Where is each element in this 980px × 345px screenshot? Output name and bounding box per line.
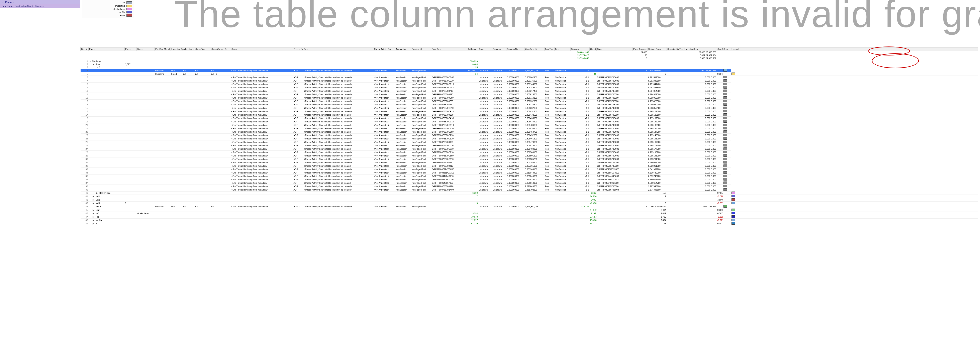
data-grid[interactable]: Line #PagedPoo...Sou...Pool Tag ModuleIm… <box>80 47 978 343</box>
table-row[interactable]: 48 ▶ MmCa12,297270,3872,434-0.271 77.260 <box>81 218 978 222</box>
table-row[interactable]: 9<EndThreadId missing from metadata>AOFI… <box>81 86 978 89</box>
col-header[interactable]: Thread Activity Tag <box>373 48 395 51</box>
legend-item[interactable]: n/a <box>83 1 133 4</box>
table-row[interactable]: 19<EndThreadId missing from metadata>AOF… <box>81 120 978 123</box>
expand-icon[interactable]: ▶ <box>92 202 95 204</box>
table-row[interactable]: 200,041,38924,42029.425 26,386.700 <box>81 51 978 54</box>
table-row[interactable]: 21<EndThreadId missing from metadata>AOF… <box>81 127 978 130</box>
table-row[interactable]: 4PersistentN/An/an/an/a<EndThreadId miss… <box>81 69 978 72</box>
col-header[interactable]: Process <box>492 48 506 51</box>
expand-icon[interactable]: ▶ <box>92 195 95 197</box>
legend-item[interactable]: ntoskrnl.exe <box>83 7 133 11</box>
col-header[interactable]: Pool Type <box>431 48 467 51</box>
table-row[interactable]: 36<EndThreadId missing from metadata>AOF… <box>81 178 978 181</box>
col-header[interactable]: Sum <box>723 48 731 51</box>
table-row[interactable]: 40 ▶ ntoskrnl.exe6,3696,3691530.405 0.79… <box>81 191 978 195</box>
table-row[interactable]: 47 ▶ File39,678236,5363,700-0.359 90.190 <box>81 215 978 218</box>
table-row[interactable]: 197,268,05780.000 24,080.589 <box>81 57 978 60</box>
table-row[interactable]: 23<EndThreadId missing from metadata>AOF… <box>81 134 978 137</box>
col-header[interactable]: Process Na... <box>506 48 525 51</box>
legend-item[interactable]: smNp <box>83 11 133 14</box>
memory-panel-header[interactable]: ▼ Memory <box>0 0 80 4</box>
table-row[interactable]: 13<EndThreadId missing from metadata>AOF… <box>81 99 978 103</box>
expand-icon[interactable]: ▼ <box>96 66 99 68</box>
col-header[interactable]: Sum <box>597 48 633 51</box>
col-header[interactable]: Thread Name <box>293 48 303 51</box>
expand-icon[interactable]: ▶ <box>92 209 95 211</box>
table-row[interactable]: 33<EndThreadId missing from metadata>AOF… <box>81 167 978 171</box>
col-header[interactable]: Impacting Size <box>684 48 693 51</box>
col-header[interactable]: Legend <box>731 48 978 51</box>
col-header[interactable]: SelectionLifeTi... <box>667 48 684 51</box>
table-row[interactable]: 2 ▼ Even1,6976,404 <box>81 63 978 66</box>
col-header[interactable]: Pool Tag Module <box>155 48 171 51</box>
table-row[interactable]: 1▼ NonPaged390,039 <box>81 60 978 63</box>
table-row[interactable]: 3 ▼ ?35 <box>81 66 978 69</box>
col-header[interactable]: FreeTime (s) <box>544 48 555 51</box>
table-row[interactable]: 6<EndThreadId missing from metadata>AOFI… <box>81 76 978 79</box>
expand-icon[interactable]: ▶ <box>92 199 95 201</box>
col-header[interactable]: Session Id <box>411 48 431 51</box>
table-row[interactable]: 12<EndThreadId missing from metadata>AOF… <box>81 96 978 99</box>
table-row[interactable]: 41 ▶ smNp784,7207-0.016 330.938 <box>81 195 978 198</box>
table-row[interactable]: 16<EndThreadId missing from metadata>AOF… <box>81 110 978 113</box>
col-header[interactable]: Stack (Frame T... <box>211 48 231 51</box>
table-row[interactable]: 32<EndThreadId missing from metadata>AOF… <box>81 164 978 167</box>
expand-icon[interactable]: ▼ <box>92 63 95 65</box>
col-header[interactable]: Unique Count <box>648 48 667 51</box>
table-row[interactable]: 43 ▶ smBt?949,4909-0.031 193.320 <box>81 202 978 205</box>
table-row[interactable]: 45 ▶ Cont14,1722,4340.000 111.613 <box>81 208 978 212</box>
col-header[interactable]: Count <box>590 48 597 51</box>
table-row[interactable]: 31<EndThreadId missing from metadata>AOF… <box>81 161 978 164</box>
table-row[interactable]: 42 ▶ EtwB1,08032.000 244.930 <box>81 198 978 202</box>
legend-item[interactable]: Etw8 <box>83 14 133 17</box>
table-row[interactable]: 18<EndThreadId missing from metadata>AOF… <box>81 116 978 120</box>
table-row[interactable]: 22<EndThreadId missing from metadata>AOF… <box>81 130 978 134</box>
expand-icon[interactable]: ▶ <box>96 192 99 194</box>
col-header[interactable]: Paged <box>89 48 125 51</box>
table-row[interactable]: 38<EndThreadId missing from metadata>AOF… <box>81 184 978 188</box>
expand-icon[interactable]: ▶ <box>92 216 95 218</box>
table-row[interactable]: 7<EndThreadId missing from metadata>AOFI… <box>81 79 978 82</box>
expand-icon[interactable]: ▶ <box>92 212 95 215</box>
panel-subtitle[interactable]: Pool Graphs Outstanding Size by Paged,..… <box>0 4 80 8</box>
col-header[interactable]: Allocation... <box>183 48 195 51</box>
col-header[interactable]: Poo... <box>125 48 137 51</box>
expand-icon[interactable]: ▼ <box>89 60 92 62</box>
col-header[interactable]: Annotation <box>395 48 411 51</box>
col-header[interactable]: Sou... <box>137 48 155 51</box>
table-row[interactable]: 197,274,4261580.401 24,081.384 <box>81 54 978 57</box>
table-row[interactable]: 5ImpactingFreedn/an/an/a ▼343470.004 0.0… <box>81 72 978 76</box>
expand-icon[interactable]: ▼ <box>215 73 218 75</box>
table-row[interactable]: 8<EndThreadId missing from metadata>AOFI… <box>81 82 978 86</box>
table-row[interactable]: 10<EndThreadId missing from metadata>AOF… <box>81 89 978 92</box>
table-row[interactable]: 39<EndThreadId missing from metadata>AOF… <box>81 188 978 191</box>
table-row[interactable]: 15<EndThreadId missing from metadata>AOF… <box>81 106 978 110</box>
col-header[interactable]: Count <box>478 48 492 51</box>
table-row[interactable]: 28<EndThreadId missing from metadata>AOF… <box>81 151 978 154</box>
table-row[interactable]: 26<EndThreadId missing from metadata>AOF… <box>81 144 978 147</box>
table-row[interactable]: 24<EndThreadId missing from metadata>AOF… <box>81 137 978 140</box>
col-header[interactable]: Session <box>571 48 590 51</box>
table-row[interactable]: 11<EndThreadId missing from metadata>AOF… <box>81 92 978 96</box>
column-separator[interactable] <box>277 47 277 343</box>
table-row[interactable]: 17<EndThreadId missing from metadata>AOF… <box>81 113 978 116</box>
table-row[interactable]: 49 ▶ Irp51,71954,2137980.087 66.707 <box>81 222 978 225</box>
table-row[interactable]: 44 smCB?PersistentN/An/an/an/a<EndThread… <box>81 205 978 208</box>
memory-panel[interactable]: ▼ Memory Pool Graphs Outstanding Size by… <box>0 0 80 8</box>
col-header[interactable]: Stack Tag <box>195 48 211 51</box>
table-row[interactable]: 25<EndThreadId missing from metadata>AOF… <box>81 140 978 144</box>
col-header[interactable]: AllocTime (s) <box>525 48 544 51</box>
table-row[interactable]: 14<EndThreadId missing from metadata>AOF… <box>81 103 978 106</box>
legend-item[interactable]: Impacting <box>83 4 133 7</box>
table-row[interactable]: 34<EndThreadId missing from metadata>AOF… <box>81 171 978 174</box>
expand-icon[interactable]: ▶ <box>92 223 95 225</box>
col-header[interactable]: Bi... <box>555 48 571 51</box>
table-row[interactable]: 20<EndThreadId missing from metadata>AOF… <box>81 123 978 127</box>
table-row[interactable]: 29<EndThreadId missing from metadata>AOF… <box>81 154 978 157</box>
col-header[interactable]: Address <box>467 48 478 51</box>
table-row[interactable]: 46 ▶ IoCpntoskrnl.exe3,2943,2941,0190.38… <box>81 211 978 215</box>
col-header[interactable]: Stack <box>231 48 293 51</box>
col-header[interactable]: Page Address <box>633 48 648 51</box>
col-header[interactable]: Impacting Type <box>171 48 183 51</box>
